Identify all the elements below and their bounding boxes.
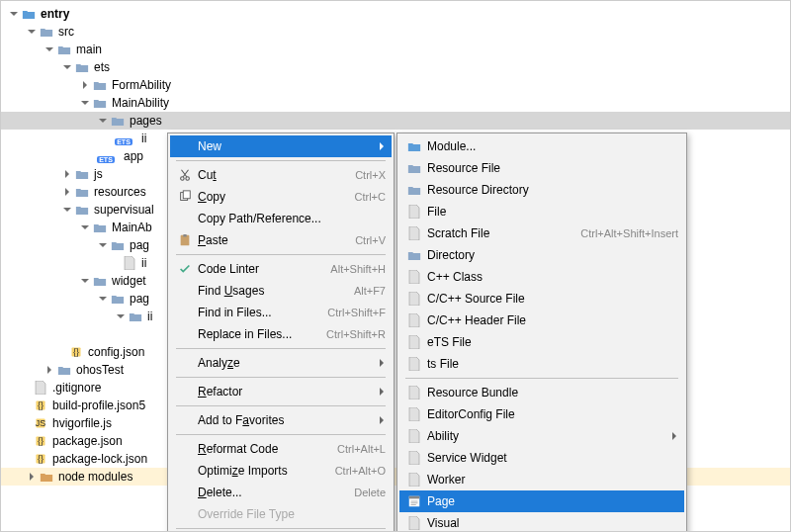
tree-label: pag [130, 292, 149, 306]
shortcut-label: Ctrl+C [355, 191, 386, 203]
blank-icon [176, 304, 194, 321]
blank-icon [176, 210, 194, 227]
chevron-down-icon[interactable] [27, 27, 37, 37]
shortcut-label: Ctrl+V [355, 234, 386, 246]
chevron-right-icon[interactable] [44, 365, 54, 375]
submenu-item-page[interactable]: Page [399, 490, 684, 512]
menu-item-codelinter[interactable]: Code Linter Alt+Shift+H [170, 258, 392, 280]
tree-node-entry[interactable]: entry [1, 5, 790, 23]
chevron-down-icon[interactable] [80, 276, 90, 286]
menu-item-favorites[interactable]: Add to Favorites [170, 409, 392, 431]
menu-separator [176, 377, 386, 378]
chevron-down-icon[interactable] [116, 311, 126, 321]
submenu-item-resdir[interactable]: Resource Directory [399, 179, 684, 201]
ts-file-icon [405, 355, 423, 373]
menu-label: C/C++ Header File [427, 313, 678, 327]
submenu-item-scratch[interactable]: Scratch File Ctrl+Alt+Shift+Insert [399, 222, 684, 244]
folder-icon [39, 24, 54, 40]
json5-file-icon [33, 398, 48, 413]
submenu-item-module[interactable]: Module... [399, 135, 684, 157]
tree-label: ii [147, 310, 152, 323]
tree-label: app [124, 149, 143, 163]
context-menu: New Cut Ctrl+X Copy Ctrl+C Copy Path/Ref… [167, 133, 395, 532]
submenu-item-directory[interactable]: Directory [399, 244, 684, 266]
menu-label: Paste [198, 233, 345, 247]
chevron-right-icon[interactable] [80, 80, 90, 90]
menu-label: Find Usages [198, 284, 344, 298]
menu-label: Page [427, 494, 678, 508]
chevron-down-icon[interactable] [62, 62, 72, 72]
file-icon [33, 380, 48, 396]
cpp-icon [405, 268, 423, 286]
menu-label: EditorConfig File [427, 407, 678, 421]
editorconfig-icon [405, 405, 423, 423]
submenu-item-cchdr[interactable]: C/C++ Header File [399, 310, 684, 331]
tree-label: hvigorfile.js [52, 416, 112, 430]
page-icon [405, 492, 423, 510]
menu-label: Copy [198, 190, 345, 204]
tree-node-main[interactable]: main [1, 41, 790, 58]
bundle-icon [405, 384, 423, 401]
menu-label: Code Linter [198, 262, 320, 276]
submenu-item-resfile[interactable]: Resource File [399, 157, 684, 179]
menu-label: Refactor [198, 385, 372, 399]
submenu-item-cppclass[interactable]: C++ Class [399, 266, 684, 288]
submenu-item-worker[interactable]: Worker [399, 469, 684, 490]
chevron-right-icon[interactable] [62, 187, 72, 197]
widget-icon [405, 449, 423, 467]
chevron-down-icon[interactable] [44, 44, 54, 54]
chevron-down-icon[interactable] [9, 9, 19, 19]
chevron-right-icon[interactable] [27, 472, 37, 482]
menu-item-replaceinfiles[interactable]: Replace in Files... Ctrl+Shift+R [170, 323, 392, 345]
submenu-item-ccsrc[interactable]: C/C++ Source File [399, 288, 684, 310]
chevron-down-icon[interactable] [98, 294, 108, 304]
blank-icon [176, 484, 194, 501]
chevron-down-icon[interactable] [98, 116, 108, 126]
chevron-down-icon[interactable] [98, 240, 108, 250]
tree-label: build-profile.json5 [52, 399, 145, 412]
submenu-item-ability[interactable]: Ability [399, 425, 684, 447]
submenu-item-servicewidget[interactable]: Service Widget [399, 447, 684, 469]
folder-icon [21, 6, 37, 22]
chevron-right-icon[interactable] [62, 169, 72, 179]
tree-node-mainability[interactable]: MainAbility [1, 94, 790, 112]
menu-item-cut[interactable]: Cut Ctrl+X [170, 164, 392, 186]
menu-item-findinfiles[interactable]: Find in Files... Ctrl+Shift+F [170, 302, 392, 323]
submenu-item-visual[interactable]: Visual [399, 512, 684, 532]
folder-icon [405, 181, 423, 199]
menu-label: Module... [427, 139, 678, 153]
menu-item-delete[interactable]: Delete... Delete [170, 482, 392, 503]
chevron-down-icon[interactable] [80, 222, 90, 232]
menu-item-override: Override File Type [170, 503, 392, 525]
chevron-down-icon[interactable] [62, 205, 72, 215]
menu-item-optimize[interactable]: Optimize Imports Ctrl+Alt+O [170, 460, 392, 482]
menu-label: C/C++ Source File [427, 292, 678, 306]
shortcut-label: Ctrl+Shift+R [326, 328, 386, 340]
menu-item-refactor[interactable]: Refactor [170, 381, 392, 402]
chevron-down-icon[interactable] [80, 98, 90, 108]
tree-node-ets[interactable]: ets [1, 58, 790, 76]
tree-node-src[interactable]: src [1, 23, 790, 41]
tree-node-formability[interactable]: FormAbility [1, 76, 790, 94]
menu-separator [176, 160, 386, 161]
folder-icon [74, 202, 90, 218]
submenu-item-editorconfig[interactable]: EditorConfig File [399, 403, 684, 425]
menu-label: Resource Directory [427, 183, 678, 197]
submenu-item-resbundle[interactable]: Resource Bundle [399, 382, 684, 403]
folder-icon [39, 469, 54, 485]
h-file-icon [405, 311, 423, 329]
submenu-item-ts[interactable]: ts File [399, 353, 684, 375]
submenu-item-ets[interactable]: eTS File [399, 331, 684, 353]
menu-item-copy[interactable]: Copy Ctrl+C [170, 186, 392, 208]
menu-item-reformat[interactable]: Reformat Code Ctrl+Alt+L [170, 438, 392, 460]
tree-node-pages-selected[interactable]: pages [1, 112, 790, 130]
menu-item-copypath[interactable]: Copy Path/Reference... [170, 208, 392, 229]
menu-item-new[interactable]: New [170, 135, 392, 157]
submenu-arrow-icon [378, 416, 386, 424]
submenu-item-file[interactable]: File [399, 201, 684, 222]
menu-item-analyze[interactable]: Analyze [170, 352, 392, 374]
tree-label: resources [94, 185, 146, 199]
menu-item-paste[interactable]: Paste Ctrl+V [170, 229, 392, 251]
menu-item-findusages[interactable]: Find Usages Alt+F7 [170, 280, 392, 302]
check-icon [176, 260, 194, 278]
